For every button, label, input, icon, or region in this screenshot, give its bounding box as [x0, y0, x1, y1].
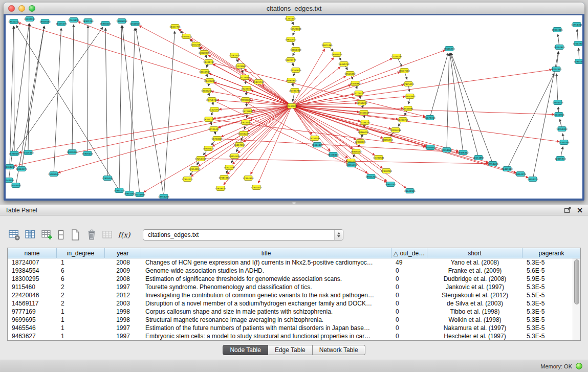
graph-node[interactable]: 21125752 — [209, 107, 220, 112]
graph-node[interactable]: 10995498 — [390, 128, 401, 133]
table-row[interactable]: 946554611997Estimation of the future num… — [8, 324, 580, 332]
graph-node[interactable]: 17954063 — [441, 148, 452, 152]
column-header-title[interactable]: title — [141, 248, 391, 258]
graph-node[interactable]: 15492581 — [373, 156, 384, 160]
table-scrollbar[interactable] — [573, 258, 580, 340]
graph-node[interactable]: 14872485 — [321, 43, 333, 48]
table-row[interactable]: 1830029562008Estimation of significance … — [8, 275, 580, 283]
tab-network-table[interactable]: Network Table — [313, 345, 365, 355]
graph-node[interactable]: 19154553 — [309, 136, 320, 141]
graph-node[interactable]: 13164611 — [358, 111, 369, 115]
graph-node[interactable]: 18616947 — [199, 70, 210, 74]
graph-node[interactable]: 17634447 — [251, 185, 262, 190]
tab-node-table[interactable]: Node Table — [223, 345, 268, 355]
graph-node[interactable]: 20813035 — [240, 120, 251, 125]
graph-node[interactable]: 20195791 — [289, 89, 300, 93]
graph-node[interactable]: 12186232 — [359, 120, 371, 125]
graph-node[interactable]: 12197394 — [391, 54, 402, 59]
create-column-button[interactable] — [40, 228, 54, 242]
network-window-titlebar[interactable]: citations_edges.txt — [4, 3, 584, 14]
graph-node[interactable]: 11254443 — [285, 16, 296, 21]
graph-node[interactable]: 15950004 — [100, 21, 111, 26]
graph-node[interactable]: 17934101 — [182, 177, 193, 182]
graph-node[interactable]: 18304291 — [6, 165, 15, 169]
graph-node[interactable]: 15817013 — [234, 143, 245, 147]
column-header-short[interactable]: short — [427, 248, 522, 258]
graph-node[interactable]: 19054911 — [552, 28, 563, 32]
graph-node[interactable]: 15954013 — [552, 100, 563, 105]
graph-node[interactable]: 17445831 — [68, 18, 79, 23]
function-builder-button[interactable]: f(x) — [117, 228, 131, 242]
minimize-window-button[interactable] — [18, 5, 25, 12]
graph-node[interactable]: 25905043 — [48, 172, 59, 177]
graph-node[interactable]: 21644905 — [404, 189, 416, 193]
graph-node[interactable]: 19029032 — [67, 150, 78, 155]
close-panel-icon[interactable]: ✕ — [577, 207, 583, 214]
graph-node[interactable]: 23954104 — [114, 188, 125, 193]
graph-node[interactable]: 22083545 — [229, 53, 240, 58]
graph-node[interactable]: 20954782 — [385, 182, 396, 187]
table-row[interactable]: 1872400712008Changes of HCN gene express… — [8, 258, 580, 267]
graph-node[interactable]: 18049541 — [425, 145, 436, 150]
graph-node[interactable]: 20154933 — [554, 45, 565, 50]
graph-node[interactable]: 18954222 — [527, 177, 538, 182]
graph-node[interactable]: 19733845 — [211, 137, 223, 141]
graph-node[interactable]: 15905043 — [82, 151, 93, 156]
close-window-button[interactable] — [8, 5, 15, 12]
graph-node[interactable]: 18530712 — [8, 19, 19, 24]
graph-node[interactable]: 17775413 — [353, 91, 364, 96]
graph-node[interactable]: 17875313 — [403, 82, 414, 86]
graph-node[interactable]: 13954662 — [574, 59, 582, 64]
graph-node[interactable]: 17999023 — [240, 98, 251, 102]
table-settings-button[interactable] — [7, 228, 21, 242]
graph-node[interactable]: 23020937 — [199, 51, 210, 55]
graph-node[interactable]: 12610651 — [129, 21, 141, 26]
graph-node[interactable]: 18327735 — [169, 25, 181, 29]
graph-node[interactable]: 19033257 — [201, 89, 212, 93]
graph-node[interactable]: 14702039 — [224, 165, 235, 170]
column-header-out-degree[interactable]: △ out_de… — [391, 248, 427, 258]
graph-node[interactable]: 13220177 — [285, 58, 296, 62]
graph-node[interactable]: 25260650 — [9, 151, 20, 156]
graph-node[interactable]: 11431744 — [253, 80, 264, 84]
graph-node[interactable]: 12045934 — [555, 157, 566, 161]
table-scrollbar-thumb[interactable] — [574, 259, 579, 304]
graph-node[interactable]: 18301271 — [203, 117, 214, 122]
row-tools-button[interactable] — [56, 228, 66, 242]
graph-node[interactable]: 18563073 — [331, 52, 342, 57]
graph-node[interactable]: 24420204 — [204, 79, 215, 83]
graph-node[interactable]: 11431747 — [203, 60, 214, 64]
graph-node[interactable]: 16461253 — [338, 62, 350, 67]
graph-node[interactable]: 19585843 — [286, 78, 297, 83]
graph-node[interactable]: 18384571 — [16, 167, 27, 171]
graph-node[interactable]: 18466204 — [358, 130, 369, 135]
graph-node[interactable]: 17081983 — [219, 176, 230, 180]
graph-node[interactable]: 11544091 — [402, 106, 413, 111]
graph-node[interactable]: 26144905 — [134, 192, 145, 197]
panel-resize-handle[interactable] — [292, 202, 296, 204]
graph-node[interactable]: 18954203 — [158, 194, 169, 199]
zoom-window-button[interactable] — [29, 5, 35, 12]
graph-node[interactable]: 19054378 — [515, 172, 526, 177]
graph-node[interactable]: 23105443 — [23, 150, 34, 155]
graph-node[interactable]: 21905033 — [102, 176, 113, 181]
graph-node[interactable]: 24729567 — [239, 75, 250, 80]
column-header-name[interactable]: name — [8, 248, 57, 258]
graph-node[interactable]: 16640910 — [285, 37, 296, 42]
column-header-in-degree[interactable]: in_degree — [57, 248, 105, 258]
graph-node[interactable]: 16043954 — [553, 113, 564, 117]
graph-node[interactable]: 19456312 — [458, 150, 469, 155]
graph-node[interactable]: 19646274 — [444, 47, 455, 51]
graph-node[interactable]: 15954781 — [571, 23, 582, 27]
graph-node[interactable]: 19565683 — [39, 19, 51, 24]
graph-node[interactable]: 12524038 — [290, 27, 301, 31]
graph-node[interactable]: 16164227 — [238, 132, 249, 136]
graph-node[interactable]: 19565892 — [344, 72, 356, 76]
table-row[interactable]: 977716911998Corpus callosum shape and si… — [8, 308, 580, 316]
graph-node[interactable]: 16946052 — [351, 149, 362, 154]
graph-node[interactable]: 20537132 — [24, 17, 35, 21]
graph-node[interactable]: 19404559 — [229, 154, 240, 159]
graph-node[interactable]: 17135437 — [208, 127, 220, 132]
table-selector-dropdown[interactable]: citations_edges.txt — [143, 229, 343, 240]
graph-node[interactable]: 22554012 — [189, 167, 200, 171]
